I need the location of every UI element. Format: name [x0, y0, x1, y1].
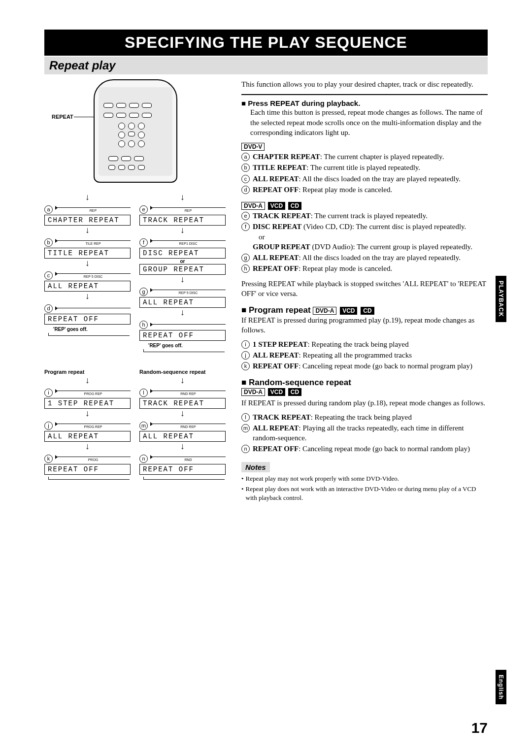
flow-state: ALL REPEAT: [44, 431, 131, 442]
marker-h: h: [139, 321, 148, 329]
format-cd: CD: [288, 202, 301, 210]
page-number: 17: [471, 720, 488, 736]
rep-off-note: 'REP' goes off.: [148, 343, 226, 348]
marker-f: f: [139, 238, 148, 247]
flow-pair-1: ↓ aREP CHAPTER REPEAT ↓ bTILE REP TITLE …: [44, 193, 232, 352]
marker-n: n: [139, 455, 148, 463]
flow-pair-2: Program repeat ↓ iPROG REP 1 STEP REPEAT…: [44, 362, 232, 480]
marker-c: c: [44, 271, 53, 280]
program-repeat-heading: ■ Program repeat DVD-A VCD CD: [241, 305, 488, 315]
page: SPECIFYING THE PLAY SEQUENCE Repeat play…: [0, 0, 532, 524]
section-title: Repeat play: [44, 57, 488, 74]
step-body: Each time this button is pressed, repeat…: [250, 107, 488, 137]
flow-dvda: ↓ eREP TRACK REPEAT ↓ fREP1 DISC DISC RE…: [139, 193, 226, 352]
marker-b: b: [44, 238, 53, 247]
marker-m: m: [139, 422, 148, 430]
note-item: Repeat play may not work properly with s…: [241, 474, 488, 483]
flow-state: ALL REPEAT: [44, 281, 131, 292]
program-intro: If REPEAT is pressed during programmed p…: [241, 315, 488, 335]
format-dvda: DVD-A: [241, 202, 265, 210]
flow-state: REPEAT OFF: [139, 464, 226, 475]
flow-state: REPEAT OFF: [139, 330, 226, 341]
flow-dvdv: ↓ aREP CHAPTER REPEAT ↓ bTILE REP TITLE …: [44, 193, 131, 352]
flow-state: GROUP REPEAT: [139, 264, 226, 275]
left-column: REPEAT ↓: [44, 79, 232, 504]
flow-state: ALL REPEAT: [139, 297, 226, 308]
marker-k: k: [44, 455, 53, 463]
side-tab-language: English: [496, 670, 506, 704]
flow-state: TITLE REPEAT: [44, 248, 131, 259]
format-dvdv: DVD-V: [241, 143, 265, 151]
stop-note: Pressing REPEAT while playback is stoppe…: [241, 279, 488, 299]
flow-state: TRACK REPEAT: [139, 215, 226, 226]
marker-i: i: [44, 389, 53, 397]
marker-l: l: [139, 389, 148, 397]
flow-program: Program repeat ↓ iPROG REP 1 STEP REPEAT…: [44, 362, 131, 480]
flow-title: Program repeat: [44, 369, 131, 375]
marker-a: a: [44, 205, 53, 214]
flow-state: 1 STEP REPEAT: [44, 398, 131, 409]
marker-e: e: [139, 205, 148, 214]
remote-outline: [94, 79, 177, 183]
marker-d: d: [44, 304, 53, 313]
or-label: or: [139, 259, 226, 264]
side-tab-playback: PLAYBACK: [496, 276, 506, 322]
random-repeat-heading: ■ Random-sequence repeat: [241, 378, 488, 388]
flow-state: REPEAT OFF: [44, 314, 131, 325]
remote-repeat-label: REPEAT: [52, 114, 73, 120]
flow-state: TRACK REPEAT: [139, 398, 226, 409]
right-column: This function allows you to play your de…: [241, 79, 488, 504]
flow-state: DISC REPEAT: [139, 248, 226, 259]
flow-state: CHAPTER REPEAT: [44, 215, 131, 226]
step-heading: Press REPEAT during playback.: [241, 99, 488, 107]
divider: [241, 94, 488, 95]
flow-title: Random-sequence repeat: [139, 369, 226, 375]
note-item: Repeat play does not work with an intera…: [241, 485, 488, 502]
flow-state: ALL REPEAT: [139, 431, 226, 442]
flow-state: REPEAT OFF: [44, 464, 131, 475]
random-intro: If REPEAT is pressed during random play …: [241, 398, 488, 408]
intro-text: This function allows you to play your de…: [241, 79, 488, 89]
rep-off-note: 'REP' goes off.: [53, 327, 131, 332]
marker-j: j: [44, 422, 53, 430]
marker-g: g: [139, 288, 148, 296]
flow-random: Random-sequence repeat ↓ lRND REP TRACK …: [139, 362, 226, 480]
format-vcd: VCD: [268, 202, 285, 210]
notes-heading: Notes: [241, 462, 270, 472]
page-title-band: SPECIFYING THE PLAY SEQUENCE: [44, 30, 488, 56]
remote-diagram: REPEAT: [44, 79, 232, 188]
main-columns: REPEAT ↓: [44, 79, 488, 504]
